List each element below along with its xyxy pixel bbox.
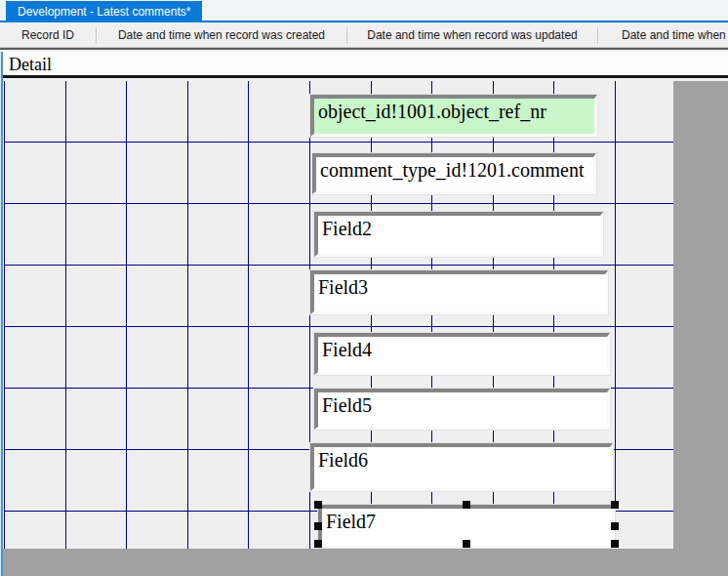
selection-handle-top-right[interactable] xyxy=(611,501,619,509)
selection-handle-bottom-center[interactable] xyxy=(463,540,470,548)
form-field-field2[interactable]: Field2 xyxy=(314,212,603,257)
column-header-updated[interactable]: Date and time when record was updated xyxy=(347,24,597,47)
form-field-object-ref-nr[interactable]: object_id!1001.object_ref_nr xyxy=(310,95,597,137)
selection-handle-top-center[interactable] xyxy=(463,501,470,509)
selection-handle-bottom-left[interactable] xyxy=(314,540,322,548)
form-field-comment-type[interactable]: comment_type_id!1201.comment xyxy=(312,153,596,194)
tab-development-latest-comments[interactable]: Development - Latest comments* xyxy=(6,1,202,22)
selection-handle-bottom-right[interactable] xyxy=(611,540,619,548)
field-list-header: Record ID Date and time when record was … xyxy=(0,24,728,47)
tab-bar: Development - Latest comments* xyxy=(0,0,728,22)
selection-handle-mid-right[interactable] xyxy=(611,522,619,530)
form-field-field4[interactable]: Field4 xyxy=(314,333,610,375)
selection-handle-top-left[interactable] xyxy=(314,501,322,509)
form-field-field5[interactable]: Field5 xyxy=(314,389,610,430)
column-header-record-id[interactable]: Record ID xyxy=(0,24,96,47)
outside-form-area-bottom xyxy=(3,549,728,576)
form-field-field3[interactable]: Field3 xyxy=(310,270,608,314)
outside-form-area-right xyxy=(673,81,728,576)
column-header-created[interactable]: Date and time when record was created xyxy=(97,24,346,47)
detail-section-bar[interactable]: Detail xyxy=(3,52,728,78)
column-header-next[interactable]: Date and time when xyxy=(598,24,728,47)
form-field-field6[interactable]: Field6 xyxy=(310,443,613,491)
selection-handle-mid-left[interactable] xyxy=(314,522,322,530)
designer-left-edge xyxy=(0,52,3,576)
